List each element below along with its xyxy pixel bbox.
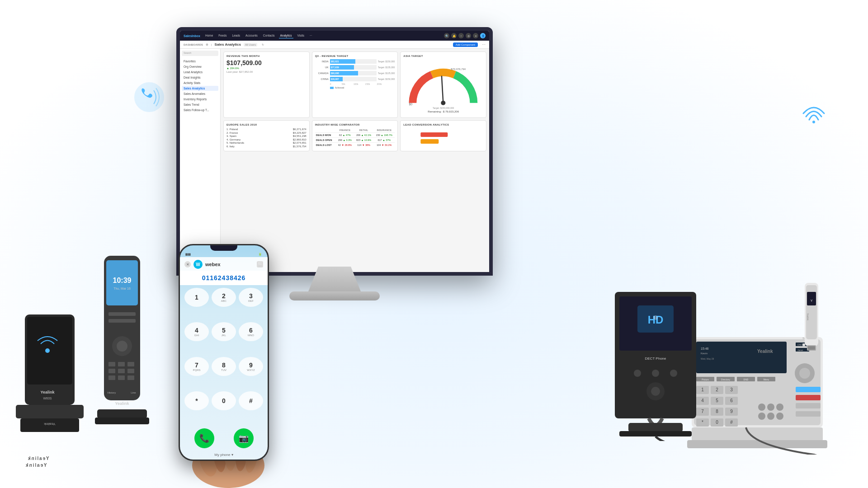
nav-more[interactable]: ···	[308, 33, 313, 38]
status-bar: ▮▮▮ 🔋	[180, 252, 268, 257]
key-4-num: 4	[195, 327, 198, 334]
keypad-6[interactable]: 6 MNO	[239, 322, 263, 341]
revenue-title: REVENUE THIS MONTH	[226, 55, 307, 57]
lead-analytics-widget: LEAD CONVERSION ANALYTICS	[400, 120, 486, 151]
svg-text:15:46: 15:46	[701, 347, 709, 350]
keypad-7[interactable]: 7 PQRS	[184, 357, 209, 376]
q3-row-canada: CANADA $90,698 Target: $125,000	[315, 71, 395, 75]
bell-icon[interactable]: 🔔	[451, 33, 457, 38]
call-button[interactable]: 📞	[194, 428, 214, 448]
q3-row-uk: UK $77,839 Target: $135,000	[315, 65, 395, 70]
sidebar-item-sales-anomalies[interactable]: Sales Anomalies	[182, 91, 218, 96]
close-icon: ✕	[186, 263, 189, 267]
svg-rect-18	[108, 312, 136, 316]
add-component-button[interactable]: Add Component	[453, 42, 478, 47]
sidebar-item-deal-insights[interactable]: Deal Insights	[182, 75, 218, 80]
svg-text:$70,076,794: $70,076,794	[451, 68, 466, 70]
q3-target-uk: Target: $135,000	[378, 66, 395, 69]
sidebar-item-favorites[interactable]: Favorites	[182, 59, 218, 64]
svg-text:Yealink: Yealink	[807, 313, 809, 320]
keypad-hash[interactable]: #	[239, 391, 263, 410]
keypad-8[interactable]: 8 TUV	[212, 357, 236, 376]
svg-text:Wed, May 29: Wed, May 29	[701, 357, 714, 360]
keypad-4[interactable]: 4 GHI	[184, 322, 209, 341]
sidebar-item-sales-analytics[interactable]: Sales Analytics	[182, 86, 218, 91]
sidebar-item-inventory-reports[interactable]: Inventory Reports	[182, 97, 218, 102]
industry-deals-won-label: DEALS WON	[315, 133, 336, 138]
svg-point-49	[652, 370, 659, 377]
sidebar-item-sales-followup[interactable]: Sales Follow-up T...	[182, 108, 218, 113]
trend-icon: ▲ 42.1%	[361, 134, 372, 136]
svg-point-46	[653, 315, 658, 320]
svg-text:Picture: Picture	[702, 378, 709, 381]
webex-minimize-button[interactable]: ⬜	[257, 261, 263, 267]
status-signal: ▮▮▮	[185, 253, 191, 256]
europe-rank-2: 2. France	[226, 131, 238, 134]
keypad-star[interactable]: *	[184, 391, 209, 410]
wifi-signal-icon	[802, 99, 825, 128]
nav-accounts[interactable]: Accounts	[244, 33, 259, 38]
keypad-2[interactable]: 2 ABC	[212, 288, 236, 307]
webex-close-button[interactable]: ✕	[184, 261, 191, 267]
keypad-1[interactable]: 1	[184, 288, 209, 307]
nav-contacts[interactable]: Contacts	[262, 33, 276, 38]
q3-target-india: Target: $150,000	[378, 60, 395, 63]
avatar-icon[interactable]: 👤	[480, 33, 486, 38]
europe-rank-4: 4. Germany	[226, 138, 241, 141]
industry-title: INDUSTRY-WISE COMPARATOR	[315, 123, 395, 126]
revenue-change: ▲ 284.6%	[226, 67, 239, 70]
nav-visits[interactable]: Visits	[296, 33, 306, 38]
svg-text:9: 9	[730, 409, 733, 414]
key-hash-num: #	[249, 397, 253, 404]
webex-logo-icon: W	[193, 260, 203, 269]
key-8-alpha: TUV	[221, 369, 226, 371]
nav-feeds[interactable]: Feeds	[217, 33, 228, 38]
industry-finance-won: 62 ▲ 47%	[336, 133, 354, 138]
nav-analytics[interactable]: Analytics	[279, 33, 293, 38]
crm-nav-icons: 🔍 🔔 + ⚙ ✕ 👤	[444, 33, 486, 38]
europe-amount-2: $4,225,827	[293, 131, 307, 134]
svg-text:Kevin: Kevin	[701, 352, 708, 355]
sidebar-item-sales-trend[interactable]: Sales Trend	[182, 102, 218, 107]
keypad-5[interactable]: 5 JKL	[212, 322, 236, 341]
more-options-button[interactable]: ⋯	[482, 42, 486, 47]
svg-text:Thu, Mar 16: Thu, Mar 16	[113, 287, 131, 290]
trend-icon: ▲ 0.3%	[343, 139, 352, 141]
asia-title: ASIA TARGET	[403, 55, 483, 57]
trend-icon: ▲ 47%	[343, 134, 351, 136]
industry-insurance-lost: 104 ▼ 30.2%	[373, 143, 395, 148]
svg-point-107	[767, 413, 774, 420]
industry-comparator-widget: INDUSTRY-WISE COMPARATOR FINANCE RETAIL …	[312, 120, 398, 151]
industry-retail-open: 823 ▲ 10.9%	[354, 138, 373, 143]
sidebar-item-org-overview[interactable]: Org Overview	[182, 64, 218, 69]
q3-chart: INDIA $82,821 Target: $150,000 UK	[315, 59, 395, 89]
keypad-9[interactable]: 9 WXYZ	[239, 357, 263, 376]
close-icon[interactable]: ✕	[473, 33, 478, 38]
industry-row-won: DEALS WON 62 ▲ 47% 206 ▲ 42.1% 230 ▲ 198…	[315, 133, 395, 138]
trend-icon: ▼ 28.8%	[341, 144, 352, 146]
nav-home[interactable]: Home	[204, 33, 214, 38]
toolbar-plus[interactable]: ⊕	[206, 43, 208, 47]
svg-rect-99	[796, 387, 821, 392]
settings-icon[interactable]: ⚙	[466, 33, 471, 38]
search-icon[interactable]: 🔍	[444, 33, 449, 38]
sidebar-item-lead-analytics[interactable]: Lead Analytics	[182, 70, 218, 75]
q3-target-china: Target: $150,000	[378, 78, 395, 80]
my-phone-label[interactable]: My phone ▾	[180, 453, 268, 460]
plus-icon[interactable]: +	[458, 33, 464, 38]
svg-text:Y: Y	[811, 299, 813, 302]
refresh-icon[interactable]: ↻	[262, 43, 264, 46]
keypad-0[interactable]: 0	[212, 391, 236, 410]
industry-finance-open: 296 ▲ 0.3%	[336, 138, 354, 143]
nav-leads[interactable]: Leads	[231, 33, 241, 38]
svg-text:1: 1	[701, 387, 704, 392]
sidebar-search-input[interactable]: Search	[182, 51, 218, 56]
q3-row-china: CHINA $39,987 Target: $150,000	[315, 77, 395, 81]
sidebar-item-activity-stats[interactable]: Activity Stats	[182, 80, 218, 85]
video-call-button[interactable]: 📷	[234, 428, 254, 448]
crm-ui: SalesInbox Home Feeds Leads Accounts Con…	[180, 31, 489, 272]
keypad-3[interactable]: 3 DEF	[239, 288, 263, 307]
europe-amount-4: $2,960,810	[293, 138, 307, 141]
industry-deals-lost-label: DEALS LOST	[315, 143, 336, 148]
key-9-num: 9	[249, 361, 253, 369]
